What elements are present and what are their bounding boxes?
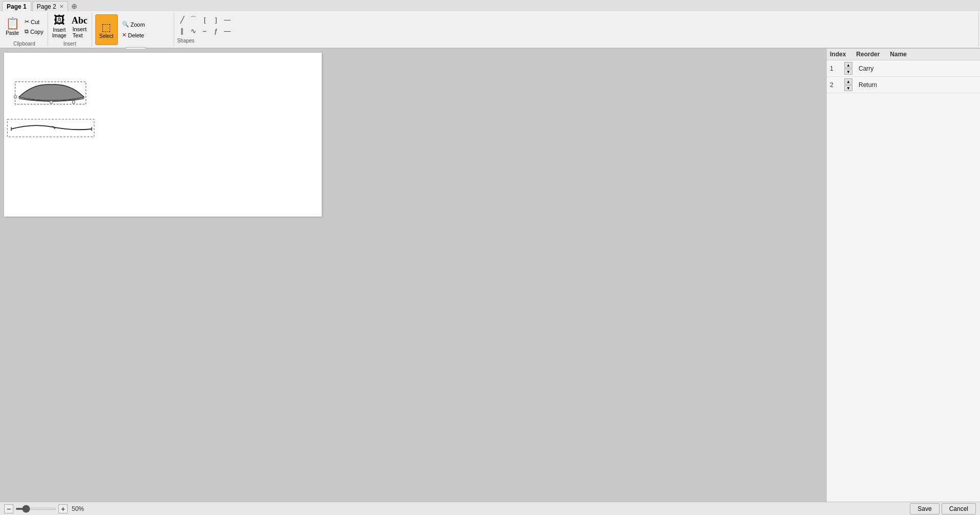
tab-page2[interactable]: Page 2 ✕ xyxy=(32,1,68,11)
image-icon: 🖼 xyxy=(54,15,65,26)
tab-page1-label: Page 1 xyxy=(7,3,27,10)
cut-button[interactable]: ✂ Cut xyxy=(23,17,46,26)
shape-line-btn[interactable]: ╱ xyxy=(177,14,187,25)
right-panel: Index Reorder Name 1 ▲ ▼ Carry 2 ▲ ▼ xyxy=(826,49,980,502)
row-1-name: Carry xyxy=(859,65,873,72)
save-button[interactable]: Save xyxy=(910,503,939,514)
shape-line2-btn[interactable]: — xyxy=(222,26,233,36)
shape-arc-btn[interactable]: ⌒ xyxy=(189,14,199,25)
text-icon: Abc xyxy=(72,15,88,26)
close-icon[interactable]: ✕ xyxy=(59,4,64,9)
copy-icon: ⧉ xyxy=(25,28,29,35)
col-index-header: Index xyxy=(830,51,846,58)
row-1-up-button[interactable]: ▲ xyxy=(844,62,852,68)
zoom-label: 50% xyxy=(72,505,84,512)
row-2-down-button[interactable]: ▼ xyxy=(844,85,852,91)
canvas-page[interactable] xyxy=(4,53,322,217)
col-reorder-header: Reorder xyxy=(856,51,880,58)
svg-rect-3 xyxy=(72,101,75,103)
cancel-button[interactable]: Cancel xyxy=(942,503,976,514)
insert-text-button[interactable]: Abc InsertText xyxy=(70,13,90,40)
canvas-grey-area xyxy=(0,221,826,502)
zoom-out-button[interactable]: − xyxy=(4,504,13,513)
col-name-header: Name xyxy=(890,51,907,58)
insert-image-button[interactable]: 🖼 InsertImage xyxy=(50,13,69,40)
shapes-group: ╱ ∥ ⌒ ∿ [ ⌣ ] ƒ — — xyxy=(174,12,979,47)
row-1-down-button[interactable]: ▼ xyxy=(844,69,852,75)
shape-2[interactable] xyxy=(4,118,99,139)
row-1-reorder: ▲ ▼ xyxy=(844,62,852,75)
zoom-slider[interactable] xyxy=(15,508,56,510)
canvas-wrapper[interactable] xyxy=(0,49,826,502)
right-panel-rows: 1 ▲ ▼ Carry 2 ▲ ▼ Return xyxy=(827,60,980,502)
insert-group: 🖼 InsertImage Abc InsertText Insert xyxy=(48,12,92,47)
svg-rect-2 xyxy=(50,101,53,103)
shape-dash-btn[interactable]: — xyxy=(222,14,233,25)
row-2-reorder: ▲ ▼ xyxy=(844,78,852,91)
tools-group: ⬚ Select 🔍 Zoom ✕ Delete A Font Size xyxy=(92,12,174,47)
zoom-icon: 🔍 xyxy=(122,21,129,28)
shape-fn-btn[interactable]: ƒ xyxy=(211,26,221,36)
zoom-in-button[interactable]: + xyxy=(58,504,68,513)
tab-page2-label: Page 2 xyxy=(37,3,56,10)
paste-button[interactable]: 📋 Paste xyxy=(3,13,22,40)
paste-icon: 📋 xyxy=(6,18,19,29)
copy-button[interactable]: ⧉ Copy xyxy=(23,27,46,36)
right-panel-header: Index Reorder Name xyxy=(827,49,980,60)
shapes-label: Shapes xyxy=(177,38,195,44)
shape-bracket-left-btn[interactable]: [ xyxy=(200,14,210,25)
cut-icon: ✂ xyxy=(25,18,29,25)
panel-row-2[interactable]: 2 ▲ ▼ Return xyxy=(827,77,980,93)
shape-wave-btn[interactable]: ∿ xyxy=(189,26,199,36)
row-2-up-button[interactable]: ▲ xyxy=(844,78,852,84)
delete-icon: ✕ xyxy=(122,32,127,38)
select-button[interactable]: ⬚ Select xyxy=(95,14,118,45)
clipboard-group: 📋 Paste ✂ Cut ⧉ Copy Clipboard xyxy=(1,12,48,47)
panel-row-1[interactable]: 1 ▲ ▼ Carry xyxy=(827,60,980,77)
row-1-index: 1 xyxy=(830,65,842,72)
clipboard-label: Clipboard xyxy=(13,41,35,47)
add-tab-button[interactable]: ⊕ xyxy=(69,1,79,11)
insert-label: Insert xyxy=(64,41,76,47)
select-icon: ⬚ xyxy=(101,21,111,33)
row-2-index: 2 xyxy=(830,81,842,89)
row-2-name: Return xyxy=(859,81,877,89)
zoom-button[interactable]: 🔍 Zoom xyxy=(120,20,147,29)
shape-1[interactable] xyxy=(12,81,91,106)
delete-button[interactable]: ✕ Delete xyxy=(120,31,147,39)
tab-page1[interactable]: Page 1 xyxy=(2,1,31,11)
svg-rect-4 xyxy=(7,119,94,137)
shape-slash2-btn[interactable]: ∥ xyxy=(177,26,187,36)
svg-rect-1 xyxy=(14,96,17,98)
shape-bracket-right-btn[interactable]: ] xyxy=(211,14,221,25)
shape-curve-btn[interactable]: ⌣ xyxy=(200,26,210,36)
bottom-bar: − + 50% Save Cancel xyxy=(0,502,980,515)
